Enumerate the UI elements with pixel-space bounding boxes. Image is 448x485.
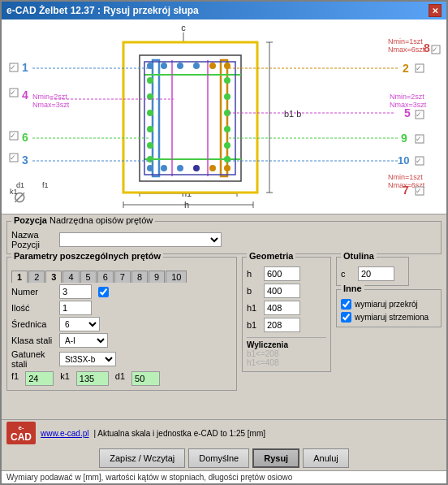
svg-point-26 (209, 165, 216, 171)
ilosc-row: Ilość (11, 301, 232, 315)
nazwa-label: Nazwa Pozycji (11, 230, 56, 249)
h-input[interactable] (264, 266, 300, 281)
k1-input[interactable] (76, 371, 109, 386)
f1-input[interactable] (25, 371, 54, 386)
tab-bar: 1 2 3 4 5 6 7 8 9 10 (11, 271, 232, 283)
gatunek-label: Gatunek stali (11, 349, 56, 369)
tab-4[interactable]: 4 (62, 271, 79, 283)
tab-2[interactable]: 2 (28, 271, 45, 283)
wymiaruj-przekroj-checkbox[interactable] (341, 299, 351, 310)
b1-label: b1 (247, 320, 261, 330)
button-row: Zapisz / Wczytaj Domyślne Rysuj Anuluj (2, 446, 446, 470)
svg-point-24 (177, 165, 183, 171)
status-bar: Wymiary podawać w [mm], wartości kątów w… (2, 470, 446, 483)
tab-1[interactable]: 1 (11, 271, 28, 283)
wymiaruj-przekroj-label: wymiaruj przekrój (355, 300, 418, 309)
svg-point-22 (147, 165, 153, 171)
window-title: e-CAD Żelbet 12.37 : Rysuj przekrój słup… (6, 5, 199, 16)
svg-text:Nmin=2szt: Nmin=2szt (390, 93, 424, 101)
svg-text:Nmax=3szt: Nmax=3szt (32, 101, 70, 109)
srednica-label: Średnica (11, 319, 56, 329)
middle-row: Parametry poszczególnych prętów 1 2 3 4 … (6, 257, 442, 418)
cross-section-svg: c c ┤ b1 b h1 h (2, 19, 446, 214)
geometria-group: Geometria h b h1 b1 Wylic (242, 257, 331, 372)
main-window: e-CAD Żelbet 12.37 : Rysuj przekrój słup… (0, 0, 448, 485)
srednica-select[interactable]: 6 (59, 317, 100, 331)
right-col: Otulina c Inne wymiaruj przekrój (336, 257, 442, 327)
f1-label: f1 (42, 181, 49, 189)
d1-label: d1 (115, 371, 125, 386)
nazwa-dropdown[interactable] (59, 232, 222, 247)
zapisz-button[interactable]: Zapisz / Wczytaj (99, 448, 185, 468)
ilosc-input[interactable] (59, 301, 92, 315)
svg-point-30 (147, 110, 153, 116)
svg-text:✓: ✓ (10, 63, 16, 71)
tab-6[interactable]: 6 (97, 271, 114, 283)
d1-input[interactable] (131, 371, 160, 386)
bar10-label: 10 (398, 154, 409, 167)
ecad-logo: e- CAD (6, 422, 36, 444)
wymiaruj-strzemiona-checkbox[interactable] (341, 312, 351, 323)
c-top-label: c (181, 23, 186, 32)
svg-text:✓: ✓ (416, 187, 422, 195)
numer-checkbox[interactable] (98, 287, 109, 297)
b1-input[interactable] (264, 318, 300, 332)
bar9-label: 9 (401, 132, 407, 145)
fkd-row: f1 k1 d1 (11, 371, 232, 386)
c-input[interactable] (358, 266, 394, 281)
klasa-label: Klasa stali (11, 336, 56, 345)
b-row: b (247, 284, 326, 298)
parametry-group: Parametry poszczególnych prętów 1 2 3 4 … (6, 257, 237, 391)
svg-point-28 (147, 77, 153, 84)
k1-label: k1 (60, 371, 70, 386)
bar1-label: 1 (22, 61, 28, 74)
titlebar: e-CAD Żelbet 12.37 : Rysuj przekrój słup… (2, 2, 446, 19)
numer-input[interactable] (59, 284, 92, 299)
form-area: Pozycja Nadrzędna opisów prętów Nazwa Po… (2, 214, 446, 419)
website-link[interactable]: www.e-cad.pl (41, 429, 88, 438)
svg-point-17 (161, 63, 167, 69)
srednica-row: Średnica 6 (11, 317, 232, 331)
gatunek-row: Gatunek stali St3SX-b (11, 349, 232, 369)
rysuj-button[interactable]: Rysuj (252, 448, 299, 468)
svg-text:Nmax=6szt: Nmax=6szt (388, 45, 425, 54)
gatunek-select[interactable]: St3SX-b (59, 352, 116, 366)
inne-title: Inne (341, 284, 364, 293)
f1-label: f1 (11, 371, 19, 386)
svg-point-23 (161, 165, 167, 171)
pozycja-group: Pozycja Nadrzędna opisów prętów Nazwa Po… (6, 221, 442, 254)
domyslne-button[interactable]: Domyślne (188, 448, 249, 468)
klasa-select[interactable]: A-I (59, 333, 108, 348)
h1-row: h1 (247, 301, 326, 315)
bar7-label: 7 (403, 184, 409, 197)
svg-point-32 (147, 142, 153, 149)
b-input[interactable] (264, 284, 300, 298)
tab-8[interactable]: 8 (131, 271, 148, 283)
svg-rect-7 (123, 42, 257, 193)
tab-7[interactable]: 7 (114, 271, 131, 283)
svg-text:✓: ✓ (432, 45, 438, 54)
b1-row: b1 (247, 318, 326, 332)
svg-point-34 (224, 77, 230, 84)
tab-5[interactable]: 5 (80, 271, 97, 283)
nazwa-row: Nazwa Pozycji (11, 230, 437, 249)
c-label: c (341, 269, 355, 279)
anuluj-button[interactable]: Anuluj (303, 448, 349, 468)
svg-point-19 (193, 63, 200, 69)
numer-label: Numer (11, 287, 56, 297)
close-button[interactable]: ✕ (429, 4, 442, 17)
h1-input[interactable] (264, 301, 300, 315)
parametry-title: Parametry poszczególnych prętów (11, 251, 163, 261)
tab-3[interactable]: 3 (45, 271, 62, 283)
klasa-row: Klasa stali A-I (11, 333, 232, 348)
tab-9[interactable]: 9 (149, 271, 165, 283)
svg-text:✓: ✓ (10, 89, 16, 97)
footer-bar: e- CAD www.e-cad.pl | Aktualna skala i j… (2, 419, 446, 446)
wymiaruj-przekroj-row: wymiaruj przekrój (341, 299, 437, 310)
bar2-label: 2 (403, 62, 409, 75)
svg-point-31 (147, 126, 153, 132)
tab-10[interactable]: 10 (166, 271, 187, 283)
otulina-title: Otulina (341, 251, 377, 261)
c-row: c (341, 266, 404, 281)
pozycja-title: Pozycja Nadrzędna opisów prętów (11, 215, 155, 225)
